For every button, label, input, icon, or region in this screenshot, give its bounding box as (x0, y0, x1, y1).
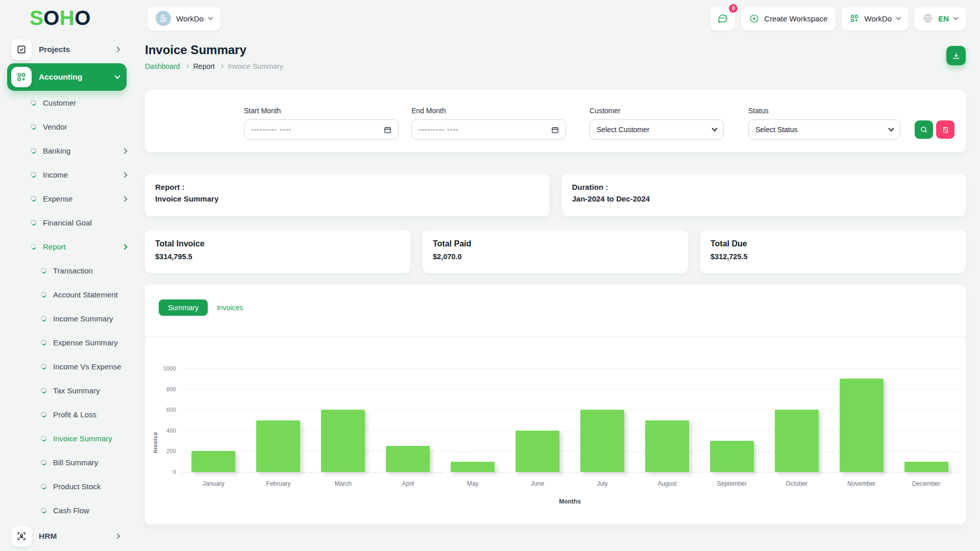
x-tick-label-september: September (699, 480, 764, 487)
sidebar-item-label: Customer (43, 98, 127, 107)
workspace-selector[interactable]: WorkDo (148, 7, 220, 31)
sidebar-item-label: Income Vs Expense (53, 362, 127, 371)
tab-invoices[interactable]: Invoices (215, 299, 245, 316)
sidebar-item-financial-goal[interactable]: Financial Goal (7, 211, 127, 235)
bar-column-july (570, 410, 635, 472)
sidebar-item-customer[interactable]: Customer (7, 91, 127, 115)
breadcrumb-report[interactable]: Report (193, 62, 215, 70)
chevron-right-icon (114, 46, 120, 52)
bullet-icon (30, 123, 37, 130)
sidebar-item-projects[interactable]: Projects (7, 36, 127, 63)
bar-column-june (505, 431, 570, 472)
sidebar-item-vendor[interactable]: Vendor (7, 115, 127, 139)
total-card-total-invoice: Total Invoice$314,795.5 (145, 230, 410, 273)
invoice-bar-chart: 10008006004002000JanuaryFebruaryMarchApr… (181, 368, 959, 472)
language-selector[interactable]: EN (915, 7, 966, 31)
status-group: Status Select Status (748, 107, 900, 140)
sidebar-item-label: Report (43, 242, 122, 251)
start-month-value: --------- ---- (251, 126, 291, 134)
chart-card: SummaryInvoices Invoice 1000800600400200… (145, 285, 966, 524)
x-axis-tick (634, 472, 635, 475)
bullet-icon (40, 291, 47, 298)
tab-summary[interactable]: Summary (159, 299, 208, 316)
messages-button[interactable]: 0 (710, 7, 735, 31)
create-workspace-button[interactable]: Create Workspace (741, 7, 836, 31)
chat-badge: 0 (729, 4, 738, 13)
topbar-actions: 0 Create Workspace WorkDo EN (710, 7, 966, 31)
y-tick-label: 0 (152, 469, 176, 475)
bullet-icon (40, 339, 47, 346)
brand-logo: SOHO (7, 0, 127, 36)
sidebar-item-income[interactable]: Income (7, 163, 127, 187)
sidebar-item-income-summary[interactable]: Income Summary (7, 307, 127, 331)
download-icon (952, 52, 961, 60)
total-label: Total Invoice (155, 239, 400, 248)
end-month-value: --------- ---- (419, 126, 459, 134)
sidebar-item-bill-summary[interactable]: Bill Summary (7, 450, 127, 474)
sidebar-item-transaction[interactable]: Transaction (7, 259, 127, 283)
total-card-total-due: Total Due$312,725.5 (700, 230, 966, 273)
bar-october (775, 410, 819, 472)
sidebar-item-income-vs-expense[interactable]: Income Vs Expense (7, 355, 127, 379)
sidebar-item-label: Cash Flow (53, 506, 127, 515)
sidebar-item-product-stock[interactable]: Product Stock (7, 474, 127, 498)
duration-label: Duration : (572, 183, 956, 191)
bar-march (321, 410, 365, 472)
sidebar-item-account-statement[interactable]: Account Statement (7, 283, 127, 307)
breadcrumb-invoice-summary: Invoice Summary (228, 62, 283, 70)
y-tick-label: 600 (152, 407, 176, 413)
totals-row: Total Invoice$314,795.5Total Paid$2,070.… (145, 230, 966, 273)
sidebar-item-label: Income (43, 170, 122, 179)
sidebar-item-label: Expense (43, 194, 122, 203)
workspace-avatar (156, 11, 171, 26)
bar-column-september (699, 441, 764, 472)
sidebar-item-cash-flow[interactable]: Cash Flow (7, 498, 127, 522)
total-label: Total Paid (433, 239, 678, 248)
start-month-input[interactable]: --------- ---- (244, 119, 399, 140)
bullet-icon (40, 267, 47, 274)
sidebar-item-profit-loss[interactable]: Profit & Loss (7, 403, 127, 427)
chevron-down-icon (114, 73, 120, 79)
sidebar-item-tax-summary[interactable]: Tax Summary (7, 379, 127, 403)
sidebar-item-accounting[interactable]: Accounting (7, 63, 127, 91)
workdo-apps-button[interactable]: WorkDo (842, 7, 909, 31)
customer-select[interactable]: Select Customer (590, 119, 724, 140)
export-download-button[interactable] (946, 46, 966, 65)
breadcrumb-dashboard[interactable]: Dashboard (145, 62, 180, 70)
bar-september (710, 441, 754, 472)
y-tick-label: 400 (152, 428, 176, 434)
end-month-group: End Month --------- ---- (411, 107, 566, 140)
bar-column-april (376, 446, 440, 472)
sidebar-item-report[interactable]: Report (7, 235, 127, 259)
bullet-icon (40, 315, 47, 322)
bar-column-january (181, 451, 246, 472)
end-month-input[interactable]: --------- ---- (411, 119, 566, 140)
clear-filter-icon (942, 126, 949, 134)
x-axis-tick (894, 472, 894, 475)
bar-august (645, 420, 689, 472)
report-value: Invoice Summary (155, 194, 539, 203)
apply-filter-button[interactable] (915, 120, 933, 139)
status-select[interactable]: Select Status (748, 119, 900, 140)
calendar-icon (551, 126, 559, 134)
total-card-total-paid: Total Paid$2,070.0 (423, 230, 688, 273)
bullet-icon (30, 99, 37, 106)
bullet-icon (30, 243, 37, 250)
sidebar-item-invoice-summary[interactable]: Invoice Summary (7, 427, 127, 450)
bullet-icon (40, 459, 47, 466)
total-value: $314,795.5 (155, 253, 400, 261)
sidebar-item-label: Product Stock (53, 482, 127, 491)
y-tick-label: 200 (152, 448, 176, 454)
bullet-icon (40, 507, 47, 514)
bar-column-may (440, 462, 505, 472)
reset-filter-button[interactable] (936, 120, 954, 139)
bullet-icon (30, 219, 37, 226)
sidebar-item-hrm[interactable]: HRM (7, 522, 127, 550)
workdo-label: WorkDo (864, 14, 892, 23)
sidebar-item-expense-summary[interactable]: Expense Summary (7, 331, 127, 355)
sidebar-item-banking[interactable]: Banking (7, 139, 127, 163)
x-tick-label-april: April (376, 480, 440, 487)
chevron-down-icon (896, 15, 901, 20)
sidebar-item-expense[interactable]: Expense (7, 187, 127, 211)
page-title: Invoice Summary (145, 43, 283, 57)
